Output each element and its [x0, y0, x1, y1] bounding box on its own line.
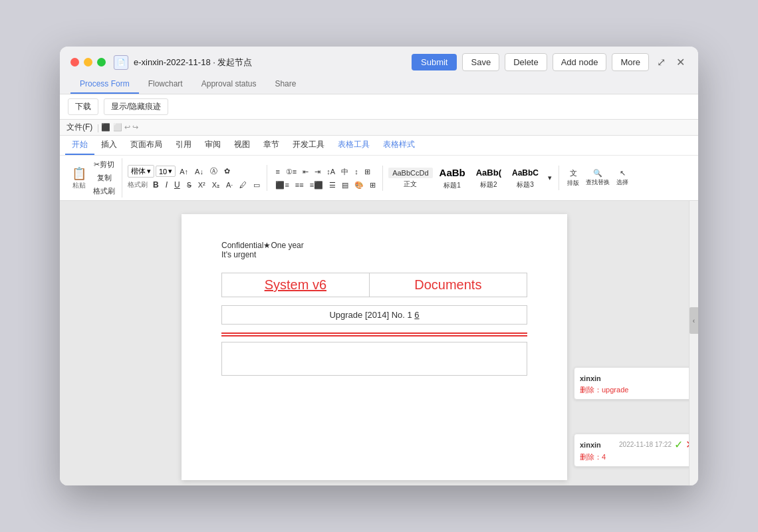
title-right-cell: Documents: [369, 273, 527, 297]
window-controls: [70, 58, 106, 66]
strikethrough-button[interactable]: S̶: [184, 180, 194, 191]
find-replace-button[interactable]: 🔍查找替换: [583, 168, 612, 188]
submit-button[interactable]: Submit: [412, 54, 457, 70]
download-button[interactable]: 下载: [68, 98, 98, 115]
annotation-reject-icon[interactable]: ✕: [686, 438, 689, 451]
shading-button[interactable]: 🎨: [352, 180, 366, 191]
show-hide-button[interactable]: 显示/隐藏痕迹: [104, 98, 168, 115]
tab-flowchart[interactable]: Flowchart: [139, 75, 192, 94]
tab-approval-status[interactable]: Approval status: [192, 75, 266, 94]
annotation-accept-icon[interactable]: ✓: [674, 438, 683, 451]
line-spacing-button[interactable]: ↕: [352, 166, 361, 178]
subscript-button[interactable]: X₂: [209, 180, 222, 191]
text-box-button[interactable]: ▭: [251, 180, 263, 191]
style-normal[interactable]: AaBbCcDd: [388, 168, 432, 178]
close-button[interactable]: [70, 58, 79, 66]
table-button[interactable]: ⊞: [367, 180, 378, 191]
font-increase-button[interactable]: A↑: [177, 166, 191, 177]
red-line-1: [221, 332, 527, 334]
bold-button[interactable]: B: [150, 179, 162, 191]
tabs: Process Form Flowchart Approval status S…: [70, 75, 688, 94]
document-area: Confidential★One year It's urgent System…: [60, 201, 698, 485]
align-right-button[interactable]: ≡⬛: [307, 180, 326, 191]
font-decrease-button[interactable]: A↓: [192, 166, 206, 177]
file-menu[interactable]: 文件(F): [66, 122, 92, 133]
numbered-list-button[interactable]: ①≡: [283, 166, 299, 178]
highlight-button[interactable]: 🖊: [237, 180, 249, 190]
ribbon-tab-view[interactable]: 视图: [227, 136, 257, 155]
style-normal-label: 正文: [388, 180, 432, 189]
align-left-button[interactable]: ⬛≡: [273, 180, 291, 191]
style-h3[interactable]: AaBbC: [508, 167, 543, 179]
upgrade-num: 6: [414, 310, 419, 320]
select-button[interactable]: ↖选择: [614, 168, 631, 188]
doc-scroll[interactable]: Confidential★One year It's urgent System…: [60, 201, 689, 485]
doc-body-table: Upgrade [2014] No. 1 6: [221, 305, 527, 325]
style-h2[interactable]: AaBb(: [472, 166, 505, 179]
ribbon: 开始 插入 页面布局 引用 审阅 视图 章节 开发工具 表格工具 表格样式 📋 …: [60, 136, 698, 201]
ribbon-tab-start[interactable]: 开始: [65, 136, 94, 155]
ribbon-tab-table-style[interactable]: 表格样式: [376, 136, 422, 155]
save-button[interactable]: Save: [462, 53, 499, 71]
font-name-selector[interactable]: 楷体 ▾: [128, 165, 154, 178]
superscript-button[interactable]: X²: [195, 180, 208, 190]
paste-button[interactable]: 📋: [69, 166, 89, 181]
close-icon[interactable]: ✕: [674, 53, 688, 71]
copy-button[interactable]: 复制: [90, 172, 118, 184]
delete-button[interactable]: Delete: [505, 53, 547, 71]
doc-icon: 📄: [114, 55, 128, 70]
ribbon-tab-section[interactable]: 章节: [257, 136, 286, 155]
add-node-button[interactable]: Add node: [553, 53, 607, 71]
cut-button[interactable]: ✂剪切: [90, 158, 118, 171]
ribbon-tab-table-tools[interactable]: 表格工具: [331, 136, 376, 155]
more-styles-button[interactable]: ▾: [545, 172, 555, 184]
maximize-button[interactable]: [97, 58, 106, 66]
indent-decrease-button[interactable]: ⇤: [300, 166, 311, 178]
annotation-2-time: 2022-11-18 17:22: [619, 441, 672, 448]
font-name: 楷体: [131, 166, 146, 176]
confidential-text: Confidential★One year: [221, 241, 527, 250]
collapse-button[interactable]: ‹: [690, 307, 699, 334]
sort-button[interactable]: ↕A: [324, 166, 338, 178]
minimize-button[interactable]: [84, 58, 92, 66]
title-left-cell: System v6: [222, 273, 370, 297]
tools-group: 文排版 🔍查找替换 ↖选择: [561, 167, 635, 189]
ribbon-tab-insert[interactable]: 插入: [94, 136, 124, 155]
ribbon-tab-devtools[interactable]: 开发工具: [286, 136, 331, 155]
red-line-2: [221, 335, 527, 336]
font-size-selector[interactable]: 10 ▾: [156, 166, 176, 177]
font-color-button[interactable]: A·: [223, 180, 235, 190]
distributed-button[interactable]: ▤: [339, 180, 351, 191]
chinese-layout-button[interactable]: 中: [338, 166, 351, 178]
clear-format-button[interactable]: Ⓐ: [207, 165, 220, 178]
underline-button[interactable]: U: [172, 179, 183, 191]
borders-button[interactable]: ⊞: [362, 166, 373, 178]
doc-empty-table: [221, 342, 527, 376]
ribbon-tab-review[interactable]: 审阅: [198, 136, 227, 155]
align-center-button[interactable]: ≡≡: [293, 180, 307, 191]
ribbon-tools: 📋 粘贴 ✂剪切 复制 格式刷 楷体 ▾: [60, 156, 698, 200]
tab-share[interactable]: Share: [265, 75, 305, 94]
typography-button[interactable]: 文排版: [565, 167, 582, 189]
more-button[interactable]: More: [612, 53, 649, 71]
bullet-list-button[interactable]: ≡: [273, 166, 282, 178]
ribbon-tab-page-layout[interactable]: 页面布局: [124, 136, 169, 155]
resize-icon[interactable]: ⤢: [654, 53, 668, 71]
title-info: 📄 e-xinxin-2022-11-18 · 发起节点: [114, 55, 412, 70]
font-name-arrow: ▾: [147, 167, 151, 176]
style-h3-label: 标题3: [508, 180, 543, 190]
justify-button[interactable]: ☰: [326, 180, 338, 191]
doc-header-content: Confidential★One year It's urgent: [221, 241, 527, 259]
secondary-toolbar: 下载 显示/隐藏痕迹: [60, 94, 698, 120]
annotation-1: xinxin 删除：upgrade: [574, 367, 689, 400]
editor-container: 文件(F) | ⬛ ⬜ ↩ ↪ 开始 插入 页面布局 引用 审阅 视图 章节 开…: [60, 120, 698, 485]
ribbon-tab-reference[interactable]: 引用: [169, 136, 198, 155]
indent-increase-button[interactable]: ⇥: [312, 166, 323, 178]
italic-button[interactable]: I: [163, 179, 170, 191]
style-h1[interactable]: AaBb: [436, 166, 469, 180]
format-paint-button[interactable]: 格式刷: [90, 185, 118, 198]
annotation-2-user: xinxin: [580, 441, 601, 449]
documents-title: Documents: [414, 277, 481, 292]
special-char-button[interactable]: ✿: [221, 166, 233, 177]
tab-process-form[interactable]: Process Form: [70, 75, 139, 94]
